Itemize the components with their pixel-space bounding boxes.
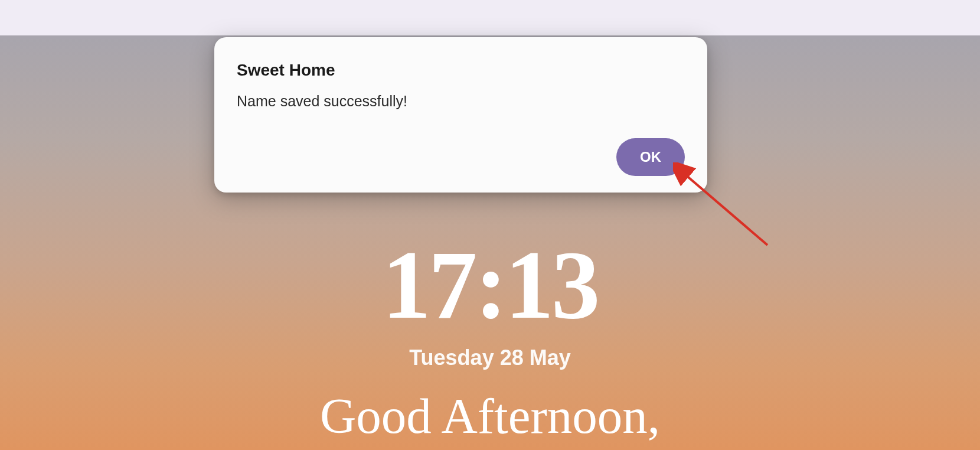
ok-button[interactable]: OK — [616, 138, 685, 176]
greeting-text: Good Afternoon, Prayush — [245, 387, 735, 450]
clock-time: 17:13 — [245, 236, 735, 334]
browser-toolbar — [0, 0, 980, 35]
clock-date: Tuesday 28 May — [245, 345, 735, 370]
dialog-message: Name saved successfully! — [237, 93, 685, 110]
dialog-title: Sweet Home — [237, 61, 685, 80]
confirmation-dialog: Sweet Home Name saved successfully! OK — [214, 37, 707, 193]
clock-widget: 17:13 Tuesday 28 May Good Afternoon, Pra… — [245, 236, 735, 450]
dialog-actions: OK — [237, 138, 685, 176]
